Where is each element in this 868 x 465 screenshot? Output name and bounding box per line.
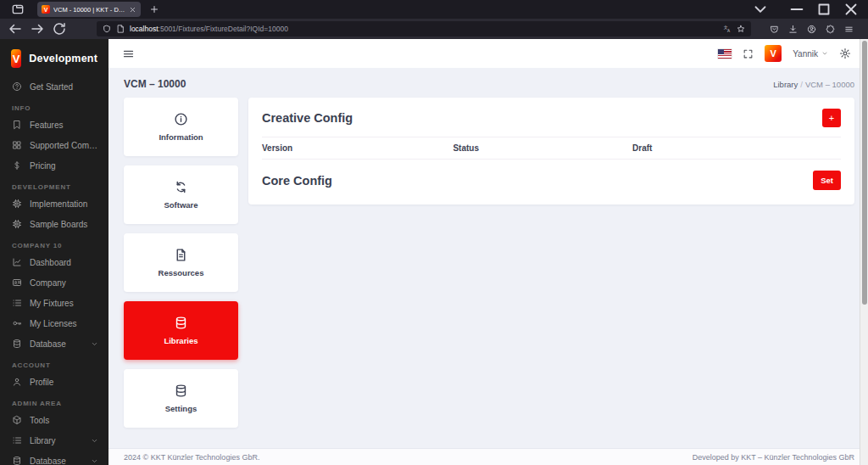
- download-icon[interactable]: [788, 25, 798, 34]
- url-host: localhost: [130, 25, 159, 33]
- page-content: VCM – 10000 Library/VCM – 10000 Informat…: [108, 68, 860, 448]
- tab-list-chevron-icon[interactable]: [749, 0, 771, 19]
- sidebar-section-account: ACCOUNT: [0, 354, 108, 372]
- sidebar-item-tools[interactable]: Tools: [0, 410, 108, 430]
- list-icon: [12, 298, 22, 308]
- sidebar-toggle-button[interactable]: [122, 48, 135, 60]
- dollar-icon: [12, 160, 22, 171]
- extensions-icon[interactable]: [826, 25, 835, 34]
- card-software[interactable]: Software: [124, 165, 238, 224]
- scrollbar-thumb[interactable]: [862, 41, 867, 305]
- sidebar-section-development: DEVELOPMENT: [0, 176, 108, 193]
- sidebar-item-implementation[interactable]: Implementation: [0, 193, 108, 214]
- forward-button[interactable]: [29, 21, 46, 36]
- chevron-down-icon: [91, 340, 98, 348]
- list-icon: [12, 435, 22, 445]
- tab-title: VCM - 10000 | KKT - Developme: [53, 6, 125, 14]
- window-maximize-button[interactable]: [810, 0, 837, 19]
- sidebar: V Development Get Started INFO Features …: [0, 39, 108, 465]
- sidebar-item-get-started[interactable]: Get Started: [0, 76, 108, 97]
- window-close-button[interactable]: [837, 0, 865, 19]
- tab-close-icon[interactable]: [129, 6, 136, 14]
- sidebar-item-my-fixtures[interactable]: My Fixtures: [0, 293, 108, 313]
- page-title: VCM – 10000: [124, 78, 186, 90]
- page-info-icon[interactable]: [116, 25, 125, 33]
- card-libraries[interactable]: Libraries: [124, 301, 238, 360]
- card-ressources[interactable]: Ressources: [124, 233, 238, 292]
- bookmark-icon: [12, 120, 22, 130]
- database-icon: [12, 339, 22, 349]
- sidebar-section-info: INFO: [0, 97, 108, 115]
- bookmark-star-icon[interactable]: [737, 25, 745, 33]
- tab-favicon: V: [42, 5, 50, 14]
- firefox-view-icon[interactable]: [8, 3, 27, 16]
- set-core-config-button[interactable]: Set: [813, 171, 841, 190]
- menu-icon[interactable]: [844, 25, 854, 34]
- sidebar-item-pricing[interactable]: Pricing: [0, 155, 108, 176]
- sidebar-item-company[interactable]: Company: [0, 272, 108, 293]
- fullscreen-icon[interactable]: [743, 48, 754, 59]
- grid-icon: [12, 140, 22, 150]
- url-path: :5001/Fixtures/FixtureDetail?IQId=10000: [159, 25, 288, 33]
- user-avatar[interactable]: V: [765, 45, 782, 62]
- add-config-button[interactable]: +: [822, 109, 841, 127]
- chevron-down-icon: [821, 50, 828, 57]
- new-tab-button[interactable]: [149, 4, 159, 14]
- breadcrumb-current: VCM – 10000: [805, 80, 854, 89]
- box-icon: [12, 415, 22, 425]
- brand-logo: V: [11, 49, 21, 68]
- config-panel: Creative Config + Version Status Draft: [248, 98, 854, 204]
- browser-tab[interactable]: V VCM - 10000 | KKT - Developme: [37, 2, 141, 17]
- database-icon: [174, 316, 188, 330]
- chart-icon: [12, 257, 22, 267]
- account-icon[interactable]: [807, 25, 816, 34]
- sidebar-item-database-admin[interactable]: Database: [0, 451, 108, 465]
- sidebar-item-my-licenses[interactable]: My Licenses: [0, 313, 108, 333]
- question-circle-icon: [12, 81, 22, 92]
- translate-icon[interactable]: 文A: [723, 25, 732, 33]
- scrollbar[interactable]: [860, 39, 868, 465]
- card-information[interactable]: Information: [124, 98, 238, 156]
- sidebar-item-dashboard[interactable]: Dashboard: [0, 252, 108, 272]
- chip-icon: [12, 219, 22, 229]
- brand: V Development: [0, 45, 108, 76]
- svg-text:A: A: [727, 29, 731, 33]
- pocket-icon[interactable]: [770, 25, 779, 34]
- shield-icon[interactable]: [103, 25, 111, 33]
- browser-tab-bar: V VCM - 10000 | KKT - Developme: [0, 0, 868, 19]
- detail-nav-cards: Information Software Ressources Lib: [124, 98, 238, 428]
- sidebar-item-features[interactable]: Features: [0, 115, 108, 135]
- core-config-title: Core Config: [262, 174, 332, 188]
- breadcrumb: Library/VCM – 10000: [773, 80, 854, 89]
- window-minimize-button[interactable]: [783, 0, 810, 19]
- card-settings[interactable]: Settings: [124, 369, 238, 428]
- breadcrumb-library-link[interactable]: Library: [773, 80, 798, 89]
- sidebar-section-admin-area: ADMIN AREA: [0, 392, 108, 410]
- sidebar-item-database[interactable]: Database: [0, 333, 108, 354]
- reload-button[interactable]: [51, 21, 68, 36]
- key-icon: [12, 318, 22, 328]
- sidebar-item-profile[interactable]: Profile: [0, 372, 108, 392]
- language-flag-icon[interactable]: [718, 49, 732, 59]
- footer-copyright: 2024 © KKT Künzler Technologies GbR.: [124, 453, 259, 462]
- user-menu[interactable]: Yannik: [793, 49, 828, 59]
- creative-config-table: Version Status Draft: [262, 137, 841, 160]
- app-topbar: V Yannik: [108, 39, 860, 68]
- info-icon: [174, 112, 188, 126]
- url-bar[interactable]: localhost:5001/Fixtures/FixtureDetail?IQ…: [97, 21, 751, 36]
- person-icon: [12, 377, 22, 387]
- browser-window: V VCM - 10000 | KKT - Developme localhos…: [0, 0, 868, 465]
- footer: 2024 © KKT Künzler Technologies GbR. Dev…: [108, 448, 860, 465]
- sync-icon: [174, 180, 188, 194]
- brand-name: Development: [29, 53, 97, 64]
- footer-developed-by: Developed by KKT – Künzler Technologies …: [693, 453, 854, 462]
- database-icon: [12, 456, 22, 465]
- sidebar-item-supported-components[interactable]: Supported Components: [0, 135, 108, 155]
- chevron-down-icon: [91, 457, 98, 465]
- sidebar-item-sample-boards[interactable]: Sample Boards: [0, 214, 108, 234]
- id-card-icon: [12, 277, 22, 288]
- column-status: Status: [453, 137, 632, 160]
- sidebar-item-library[interactable]: Library: [0, 430, 108, 451]
- gear-icon[interactable]: [839, 48, 851, 59]
- back-button[interactable]: [7, 21, 24, 36]
